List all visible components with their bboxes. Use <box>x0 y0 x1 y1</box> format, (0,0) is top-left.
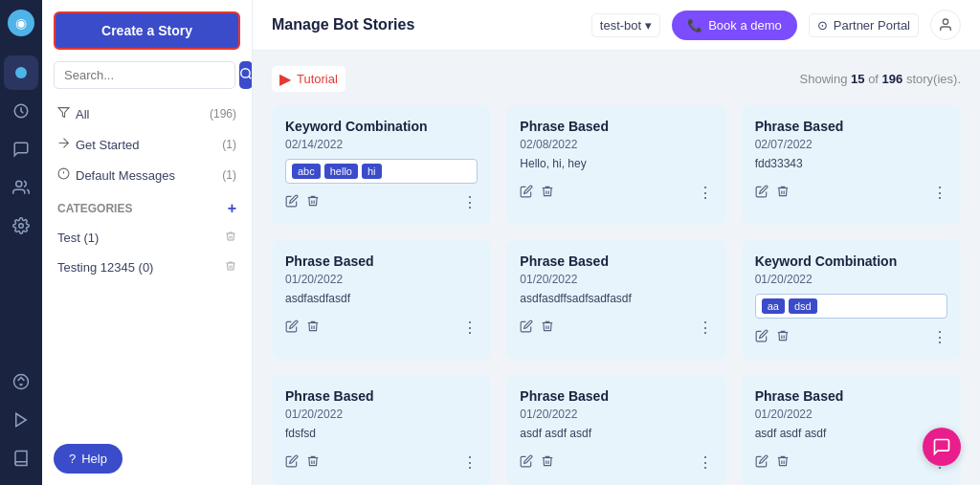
categories-label: Categories <box>57 202 132 215</box>
svg-marker-7 <box>58 108 69 118</box>
card-type: Keyword Combination <box>755 254 947 269</box>
svg-point-11 <box>943 19 947 24</box>
sidebar-category-test[interactable]: Test (1) <box>54 225 240 251</box>
edit-icon[interactable] <box>285 320 299 336</box>
card-type: Phrase Based <box>285 254 478 269</box>
help-button[interactable]: ? Help <box>54 444 122 474</box>
more-options-icon[interactable]: ⋮ <box>698 453 713 472</box>
create-story-button[interactable]: Create a Story <box>54 11 240 50</box>
bot-selector[interactable]: test-bot ▾ <box>591 13 660 37</box>
nav-item-settings[interactable] <box>4 209 38 243</box>
card-type: Phrase Based <box>755 388 947 404</box>
edit-icon[interactable] <box>520 320 533 336</box>
keyword-tag: abc <box>292 164 321 179</box>
nav-bar: ◉ <box>0 0 42 485</box>
card-description: asdfasdffsadfsadfasdf <box>520 292 712 309</box>
sidebar: Create a Story All (196) Get Started (1)… <box>42 0 253 485</box>
chat-float-button[interactable] <box>923 428 961 466</box>
delete-icon[interactable] <box>541 454 554 471</box>
edit-icon[interactable] <box>285 454 299 471</box>
edit-icon[interactable] <box>520 454 533 471</box>
category-test-label: Test (1) <box>57 231 99 245</box>
card-actions: ⋮ <box>285 319 478 337</box>
delete-icon[interactable] <box>776 329 790 345</box>
sidebar-category-testing[interactable]: Testing 12345 (0) <box>54 254 240 280</box>
delete-category-test-icon[interactable] <box>225 231 236 245</box>
more-options-icon[interactable]: ⋮ <box>462 453 478 472</box>
book-demo-button[interactable]: 📞 Book a demo <box>672 11 797 40</box>
search-input[interactable] <box>54 61 235 89</box>
nav-item-book[interactable] <box>4 441 38 475</box>
delete-icon[interactable] <box>306 320 320 336</box>
edit-icon[interactable] <box>520 185 533 201</box>
more-options-icon[interactable]: ⋮ <box>932 184 947 202</box>
sidebar-footer: ? Help <box>54 432 240 474</box>
get-started-icon <box>57 137 70 152</box>
partner-portal-label: Partner Portal <box>834 18 910 33</box>
showing-info: Showing 15 of 196 story(ies). <box>800 72 961 86</box>
delete-icon[interactable] <box>541 185 554 201</box>
story-card: Phrase Based 02/07/2022 fdd33343 ⋮ <box>742 105 961 225</box>
nav-item-chat[interactable] <box>4 132 38 166</box>
nav-item-home[interactable] <box>4 55 38 90</box>
delete-icon[interactable] <box>776 185 790 201</box>
more-options-icon[interactable]: ⋮ <box>462 319 478 337</box>
nav-item-video[interactable] <box>4 403 38 437</box>
keyword-tag: dsd <box>789 298 817 314</box>
keyword-tags-container: aadsd <box>755 294 947 319</box>
partner-portal-button[interactable]: ⊙ Partner Portal <box>809 13 919 37</box>
help-icon: ? <box>69 452 76 466</box>
search-button[interactable] <box>239 61 253 89</box>
edit-icon[interactable] <box>755 329 768 345</box>
nav-item-users[interactable] <box>4 170 38 205</box>
stories-grid: Keyword Combination 02/14/2022 abchelloh… <box>272 105 961 485</box>
tutorial-badge[interactable]: ▶ Tutorial <box>272 66 345 92</box>
more-options-icon[interactable]: ⋮ <box>698 184 713 202</box>
card-date: 01/20/2022 <box>520 408 712 421</box>
nav-item-rocket[interactable] <box>4 364 38 399</box>
card-type: Phrase Based <box>285 388 478 404</box>
sidebar-item-default-messages[interactable]: Default Messages (1) <box>54 162 240 188</box>
showing-suffix: story(ies). <box>906 72 961 86</box>
delete-icon[interactable] <box>776 454 790 471</box>
more-options-icon[interactable]: ⋮ <box>932 328 947 346</box>
edit-icon[interactable] <box>755 185 768 201</box>
book-demo-label: Book a demo <box>708 18 782 33</box>
sidebar-item-get-started[interactable]: Get Started (1) <box>54 131 240 158</box>
add-category-icon[interactable]: + <box>228 200 236 217</box>
page-title: Manage Bot Stories <box>272 16 580 33</box>
svg-marker-4 <box>16 413 27 427</box>
card-actions: ⋮ <box>755 184 947 202</box>
card-actions: ⋮ <box>755 328 947 346</box>
delete-icon[interactable] <box>306 194 320 210</box>
card-actions: ⋮ <box>520 184 712 202</box>
nav-item-clock[interactable] <box>4 94 38 128</box>
svg-point-5 <box>241 69 250 77</box>
delete-icon[interactable] <box>541 320 554 336</box>
card-date: 02/08/2022 <box>520 138 712 151</box>
card-date: 02/07/2022 <box>755 138 947 151</box>
edit-icon[interactable] <box>285 194 299 210</box>
delete-icon[interactable] <box>306 454 320 471</box>
content-header: ▶ Tutorial Showing 15 of 196 story(ies). <box>272 66 961 92</box>
card-date: 01/20/2022 <box>520 273 712 286</box>
more-options-icon[interactable]: ⋮ <box>698 319 713 337</box>
showing-current: 15 <box>851 72 864 86</box>
keyword-tag: aa <box>762 298 785 314</box>
sidebar-item-all[interactable]: All (196) <box>54 100 240 127</box>
more-options-icon[interactable]: ⋮ <box>462 193 478 211</box>
filter-icon <box>57 106 70 121</box>
edit-icon[interactable] <box>755 454 768 471</box>
story-card: Phrase Based 01/20/2022 asdfasdffsadfsad… <box>506 240 725 360</box>
all-count: (196) <box>210 107 236 121</box>
card-type: Keyword Combination <box>285 119 478 134</box>
card-type: Phrase Based <box>520 119 712 134</box>
help-label: Help <box>81 452 107 466</box>
svg-point-0 <box>15 67 27 78</box>
card-date: 01/20/2022 <box>755 273 947 286</box>
delete-category-testing-icon[interactable] <box>225 260 236 275</box>
user-profile-button[interactable] <box>930 10 961 40</box>
tutorial-label: Tutorial <box>297 72 338 86</box>
get-started-label: Get Started <box>76 138 139 152</box>
all-label: All <box>76 107 89 121</box>
